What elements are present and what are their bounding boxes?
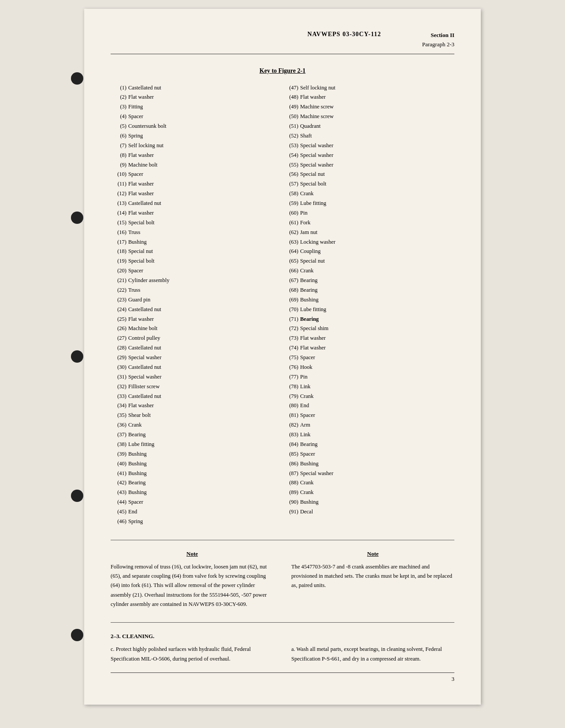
sidebar-binding-holes (71, 9, 83, 705)
list-item: (43)Bushing (111, 488, 282, 498)
notes-section: Note Following removal of truss (16), cu… (111, 549, 454, 609)
item-label: Flat washer (128, 93, 154, 102)
item-label: Spacer (300, 449, 315, 459)
item-number: (88) (282, 478, 298, 488)
item-number: (75) (282, 353, 298, 363)
item-number: (27) (111, 334, 126, 343)
list-item: (56)Special nut (282, 170, 454, 179)
list-item: (27)Control pulley (111, 334, 282, 343)
list-item: (40)Bushing (111, 459, 282, 469)
item-number: (55) (282, 160, 298, 170)
figure-title: Key to Figure 2-1 (111, 67, 454, 74)
item-label: Spacer (128, 266, 143, 276)
list-item: (85)Spacer (282, 449, 454, 459)
list-item: (3)Fitting (111, 102, 282, 112)
item-number: (39) (111, 449, 126, 459)
item-label: Lube fitting (300, 199, 326, 208)
item-number: (9) (111, 160, 126, 170)
list-item: (45)End (111, 507, 282, 517)
cleaning-sub: c. Protect highly polished surfaces with… (111, 645, 454, 664)
item-number: (80) (282, 401, 298, 411)
item-number: (89) (282, 488, 298, 498)
list-item: (15)Special bolt (111, 218, 282, 228)
item-label: Flat washer (300, 93, 326, 102)
item-number: (44) (111, 498, 126, 507)
item-number: (85) (282, 449, 298, 459)
item-number: (87) (282, 469, 298, 479)
item-number: (46) (111, 517, 126, 527)
cleaning-right: a. Wash all metal parts, except bearings… (291, 645, 454, 664)
item-label: Lube fitting (300, 305, 326, 315)
item-label: Fork (300, 218, 311, 228)
item-label: Castellated nut (128, 363, 161, 372)
binding-hole-5 (71, 629, 83, 641)
item-label: Bushing (300, 498, 319, 507)
item-number: (63) (282, 238, 298, 247)
item-number: (14) (111, 208, 126, 218)
item-number: (50) (282, 112, 298, 122)
item-label: Self locking nut (128, 141, 164, 151)
list-item: (89)Crank (282, 488, 454, 498)
list-item: (91)Decal (282, 507, 454, 517)
item-number: (30) (111, 363, 126, 372)
list-item: (33)Castellated nut (111, 392, 282, 401)
page: NAVWEPS 03-30CY-112 Section II Paragraph… (84, 9, 481, 705)
item-label: Spring (128, 131, 143, 141)
item-label: Bearing (128, 430, 146, 440)
list-item: (84)Bearing (282, 440, 454, 449)
list-item: (49)Machine screw (282, 102, 454, 112)
item-number: (54) (282, 151, 298, 160)
item-label: Machine bolt (128, 160, 157, 170)
list-item: (44)Spacer (111, 498, 282, 507)
item-label: Special washer (300, 141, 333, 151)
doc-title: NAVWEPS 03-30CY-112 (266, 31, 422, 38)
item-number: (58) (282, 189, 298, 199)
item-label: Bushing (128, 488, 147, 498)
list-item: (75)Spacer (282, 353, 454, 363)
list-item: (82)Arm (282, 420, 454, 430)
list-item: (69)Bushing (282, 295, 454, 305)
list-item: (57)Special bolt (282, 179, 454, 189)
item-label: Special bolt (128, 256, 154, 266)
note-left-text: Following removal of truss (16), cut loc… (111, 562, 274, 609)
list-item: (30)Castellated nut (111, 363, 282, 372)
item-number: (72) (282, 324, 298, 334)
binding-hole-1 (71, 72, 83, 85)
note-left-heading: Note (111, 549, 274, 559)
item-label: Decal (300, 507, 313, 517)
note-left: Note Following removal of truss (16), cu… (111, 549, 274, 609)
item-label: Crank (300, 189, 314, 199)
list-item: (64)Coupling (282, 247, 454, 256)
item-label: Truss (128, 286, 140, 295)
list-item: (20)Spacer (111, 266, 282, 276)
item-number: (10) (111, 170, 126, 179)
item-label: Jam nut (300, 228, 317, 238)
list-item: (71)Bearing (282, 315, 454, 324)
item-number: (70) (282, 305, 298, 315)
item-number: (29) (111, 353, 126, 363)
list-item: (83)Link (282, 430, 454, 440)
item-label: Special bolt (300, 179, 326, 189)
item-number: (56) (282, 170, 298, 179)
list-item: (60)Pin (282, 208, 454, 218)
item-label: Cylinder assembly (128, 276, 169, 286)
list-item: (16)Truss (111, 228, 282, 238)
item-label: Bearing (300, 440, 318, 449)
list-item: (4)Spacer (111, 112, 282, 122)
list-item: (21)Cylinder assembly (111, 276, 282, 286)
list-item: (36)Crank (111, 420, 282, 430)
list-item: (59)Lube fitting (282, 199, 454, 208)
list-item: (23)Guard pin (111, 295, 282, 305)
item-label: Link (300, 430, 311, 440)
item-label: Castellated nut (128, 305, 161, 315)
item-number: (26) (111, 324, 126, 334)
item-label: Shear bolt (128, 411, 151, 420)
item-label: Flat washer (300, 343, 326, 353)
item-number: (48) (282, 93, 298, 102)
item-number: (25) (111, 315, 126, 324)
list-item: (26)Machine bolt (111, 324, 282, 334)
item-label: Guard pin (128, 295, 150, 305)
list-item: (28)Castellated nut (111, 343, 282, 353)
item-label: Bushing (128, 449, 147, 459)
list-item: (46)Spring (111, 517, 282, 527)
